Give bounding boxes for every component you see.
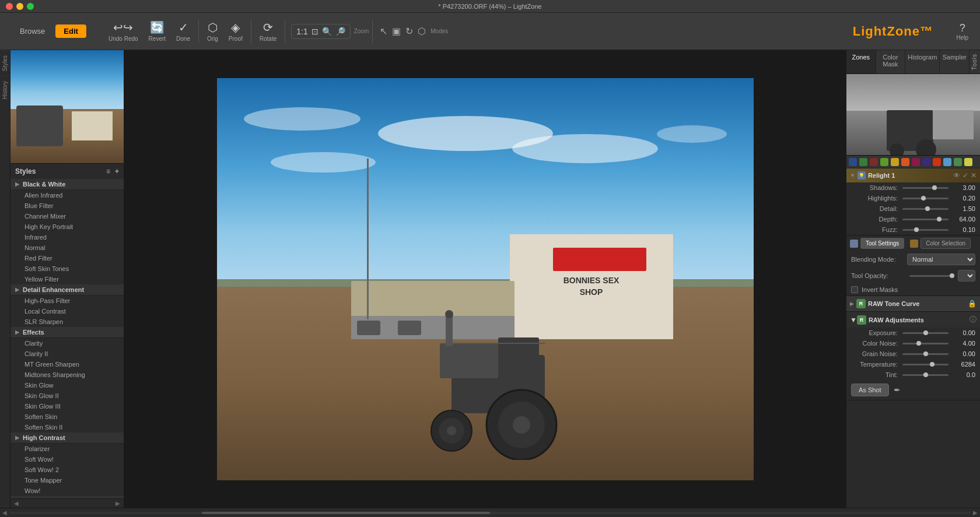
- orig-button[interactable]: ⬡ Orig: [202, 18, 223, 44]
- help-button[interactable]: ? Help: [956, 22, 968, 41]
- undo-redo-button[interactable]: ↩↪ Undo Redo: [104, 18, 143, 44]
- proof-button[interactable]: ◈ Proof: [224, 18, 247, 44]
- eyedropper-icon[interactable]: ✒: [894, 385, 901, 395]
- info-icon[interactable]: ⓘ: [970, 315, 977, 325]
- style-polarizer[interactable]: Polarizer: [10, 444, 124, 454]
- shadows-track[interactable]: [902, 187, 949, 189]
- style-red-filter[interactable]: Red Filter: [10, 253, 124, 263]
- wb-mode-btn[interactable]: ⬡: [416, 24, 427, 38]
- scroll-left[interactable]: ◀: [2, 509, 7, 516]
- tint-track[interactable]: [902, 374, 949, 376]
- depth-track[interactable]: [902, 219, 949, 220]
- tint-thumb[interactable]: [923, 372, 928, 377]
- color-dot-6[interactable]: [901, 158, 909, 166]
- edit-tab[interactable]: Edit: [55, 24, 86, 38]
- exposure-track[interactable]: [902, 332, 949, 334]
- rotate-button[interactable]: ⟳ Rotate: [255, 18, 281, 44]
- close-button[interactable]: [6, 3, 13, 10]
- minimize-button[interactable]: [16, 3, 23, 10]
- style-slr-sharpen[interactable]: SLR Sharpen: [10, 316, 124, 327]
- color-dot-8[interactable]: [922, 158, 930, 166]
- zoom-out-btn[interactable]: 🔎: [335, 27, 345, 36]
- scroll-left-arrow[interactable]: ◀: [14, 500, 19, 507]
- detail-track[interactable]: [902, 208, 949, 210]
- color-dot-7[interactable]: [912, 158, 920, 166]
- style-yellow-filter[interactable]: Yellow Filter: [10, 274, 124, 284]
- color-noise-track[interactable]: [902, 343, 949, 344]
- category-bw[interactable]: ▶ Black & White: [10, 179, 124, 190]
- style-normal-bw[interactable]: Normal: [10, 242, 124, 253]
- style-skin-glow[interactable]: Skin Glow: [10, 380, 124, 391]
- style-clarity-ii[interactable]: Clarity II: [10, 349, 124, 359]
- styles-add-icon[interactable]: +: [115, 167, 119, 175]
- tool-opacity-track[interactable]: [909, 275, 952, 277]
- done-button[interactable]: ✓ Done: [172, 18, 195, 44]
- style-midtones-sharpening[interactable]: Midtones Sharpening: [10, 370, 124, 380]
- raw-tone-curve-header[interactable]: ▶ R RAW Tone Curve 🔒: [846, 296, 980, 311]
- style-soft-skin-tones[interactable]: Soft Skin Tones: [10, 263, 124, 274]
- color-dot-3[interactable]: [870, 158, 878, 166]
- h-scrollbar-thumb[interactable]: [202, 512, 490, 514]
- shadows-thumb[interactable]: [932, 185, 937, 190]
- tool-opacity-select[interactable]: [958, 270, 975, 282]
- zoom-in-btn[interactable]: 🔍: [322, 27, 332, 36]
- raw-adj-header[interactable]: ▼ R RAW Adjustments ⓘ: [846, 312, 980, 328]
- histogram-tab[interactable]: Histogram: [905, 50, 940, 73]
- relight-close-icon[interactable]: ✕: [971, 171, 977, 180]
- color-noise-thumb[interactable]: [916, 341, 921, 346]
- style-soften-skin-ii[interactable]: Soften Skin II: [10, 422, 124, 432]
- scroll-right-arrow[interactable]: ▶: [116, 500, 120, 507]
- grain-noise-track[interactable]: [902, 353, 949, 355]
- tool-settings-btn[interactable]: Tool Settings: [860, 238, 904, 249]
- tools-label[interactable]: Tools: [970, 50, 980, 73]
- fuzz-thumb[interactable]: [914, 227, 919, 232]
- color-selection-btn[interactable]: Color Selection: [921, 238, 971, 249]
- revert-button[interactable]: 🔄 Revert: [144, 18, 170, 44]
- category-detail[interactable]: ▶ Detail Enhancement: [10, 284, 124, 296]
- invert-masks-checkbox[interactable]: [851, 286, 858, 293]
- style-skin-glow-ii[interactable]: Skin Glow II: [10, 391, 124, 401]
- highlights-track[interactable]: [902, 198, 949, 199]
- style-highpass-filter[interactable]: High-Pass Filter: [10, 296, 124, 306]
- relight-eye-icon[interactable]: 👁: [953, 171, 960, 180]
- styles-list-icon[interactable]: ≡: [106, 167, 110, 175]
- color-dot-yellow[interactable]: [964, 158, 972, 166]
- sampler-tab[interactable]: Sampler: [940, 50, 970, 73]
- style-skin-glow-iii[interactable]: Skin Glow III: [10, 401, 124, 412]
- crop-mode-btn[interactable]: ▣: [391, 24, 402, 38]
- color-dot-red[interactable]: [933, 158, 941, 166]
- depth-thumb[interactable]: [937, 217, 942, 221]
- color-dot-2[interactable]: [859, 158, 867, 166]
- blending-mode-select[interactable]: Normal Multiply Screen Overlay: [907, 254, 975, 265]
- color-dot-blue[interactable]: [943, 158, 951, 166]
- relight-header[interactable]: ▼ 💡 Relight 1 👁 ✓ ✕: [846, 168, 980, 182]
- style-blue-filter[interactable]: Blue Filter: [10, 201, 124, 211]
- scroll-right[interactable]: ▶: [973, 509, 978, 516]
- relight-check-icon[interactable]: ✓: [963, 171, 968, 180]
- category-effects[interactable]: ▶ Effects: [10, 327, 124, 338]
- lock-icon[interactable]: 🔒: [968, 300, 977, 308]
- style-local-contrast[interactable]: Local Contrast: [10, 306, 124, 316]
- h-scrollbar-track[interactable]: [9, 512, 971, 514]
- style-clarity[interactable]: Clarity: [10, 338, 124, 349]
- detail-thumb[interactable]: [925, 206, 930, 211]
- rotate-mode-btn[interactable]: ↻: [404, 24, 414, 38]
- color-dot-green[interactable]: [954, 158, 962, 166]
- color-dot-1[interactable]: [849, 158, 857, 166]
- style-alien-infrared[interactable]: Alien Infrared: [10, 190, 124, 201]
- history-side-tab[interactable]: History: [0, 76, 10, 104]
- color-mask-tab[interactable]: Color Mask: [876, 50, 906, 73]
- category-high-contrast[interactable]: ▶ High Contrast: [10, 432, 124, 444]
- maximize-button[interactable]: [27, 3, 34, 10]
- grain-noise-thumb[interactable]: [923, 351, 928, 356]
- style-mt-green-sharpen[interactable]: MT Green Sharpen: [10, 359, 124, 370]
- exposure-thumb[interactable]: [923, 330, 928, 335]
- zoom-fit-btn[interactable]: ⊡: [312, 27, 318, 36]
- style-soft-wow[interactable]: Soft Wow!: [10, 454, 124, 465]
- style-soft-wow-2[interactable]: Soft Wow! 2: [10, 465, 124, 475]
- style-soften-skin[interactable]: Soften Skin: [10, 412, 124, 422]
- highlights-thumb[interactable]: [921, 196, 926, 201]
- style-channel-mixer[interactable]: Channel Mixer: [10, 211, 124, 221]
- styles-side-tab[interactable]: Styles: [0, 50, 10, 76]
- style-wow[interactable]: Wow!: [10, 486, 124, 496]
